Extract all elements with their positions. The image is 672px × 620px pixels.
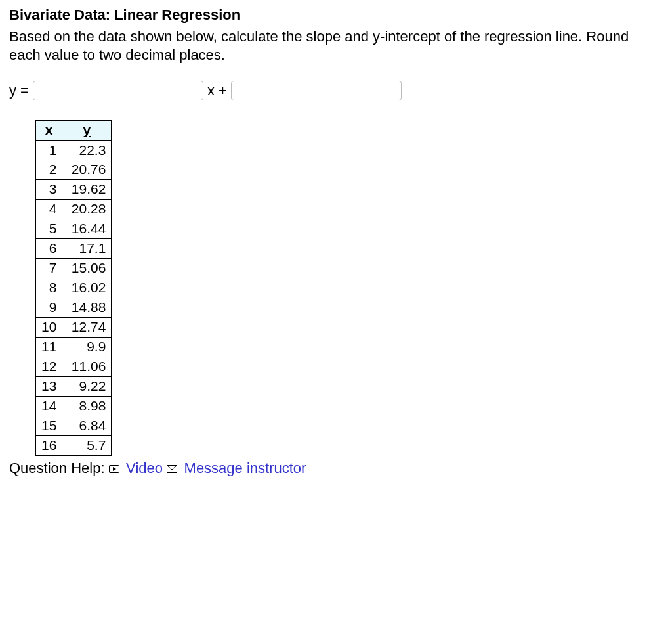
cell-y: 9.22 [62,377,112,397]
cell-x: 3 [36,180,62,200]
table-row: 420.28 [36,200,112,219]
cell-y: 16.44 [62,219,112,239]
cell-x: 15 [36,416,62,436]
message-instructor-link[interactable]: Message instructor [184,460,306,476]
question-instructions: Based on the data shown below, calculate… [9,28,663,64]
cell-x: 10 [36,318,62,338]
cell-y: 11.06 [62,357,112,377]
table-row: 119.9 [36,338,112,357]
data-table: x y 122.3220.76319.62420.28516.44617.171… [35,120,112,456]
cell-x: 16 [36,436,62,456]
table-row: 148.98 [36,397,112,416]
cell-y: 12.74 [62,318,112,338]
cell-y: 22.3 [62,141,112,160]
cell-x: 1 [36,141,62,160]
cell-x: 11 [36,338,62,357]
svg-marker-1 [113,467,116,471]
cell-y: 8.98 [62,397,112,416]
col-header-y: y [62,121,112,141]
cell-y: 16.02 [62,278,112,298]
cell-y: 17.1 [62,239,112,259]
table-row: 516.44 [36,219,112,239]
question-title: Bivariate Data: Linear Regression [9,7,663,24]
col-header-x: x [36,121,62,141]
cell-y: 20.28 [62,200,112,219]
cell-y: 15.06 [62,259,112,278]
equation-mid: x + [207,82,227,99]
cell-x: 7 [36,259,62,278]
table-row: 1012.74 [36,318,112,338]
cell-x: 4 [36,200,62,219]
table-row: 165.7 [36,436,112,456]
mail-icon [167,463,180,474]
question-help-row: Question Help: Video Message instructor [9,460,663,477]
cell-y: 9.9 [62,338,112,357]
table-row: 914.88 [36,298,112,318]
table-row: 319.62 [36,180,112,200]
cell-x: 13 [36,377,62,397]
equation-row: y = x + [9,81,663,100]
table-row: 816.02 [36,278,112,298]
table-row: 715.06 [36,259,112,278]
video-icon [109,463,122,474]
cell-x: 6 [36,239,62,259]
equation-prefix: y = [9,82,29,99]
table-row: 122.3 [36,141,112,160]
cell-x: 5 [36,219,62,239]
video-help-link[interactable]: Video [126,460,163,476]
cell-x: 2 [36,160,62,180]
cell-y: 20.76 [62,160,112,180]
cell-y: 19.62 [62,180,112,200]
cell-y: 14.88 [62,298,112,318]
table-row: 220.76 [36,160,112,180]
table-row: 617.1 [36,239,112,259]
cell-x: 14 [36,397,62,416]
intercept-input[interactable] [231,81,402,100]
table-row: 139.22 [36,377,112,397]
table-row: 1211.06 [36,357,112,377]
cell-x: 8 [36,278,62,298]
cell-x: 12 [36,357,62,377]
cell-x: 9 [36,298,62,318]
cell-y: 6.84 [62,416,112,436]
table-row: 156.84 [36,416,112,436]
cell-y: 5.7 [62,436,112,456]
slope-input[interactable] [33,81,203,100]
question-help-label: Question Help: [9,460,105,476]
